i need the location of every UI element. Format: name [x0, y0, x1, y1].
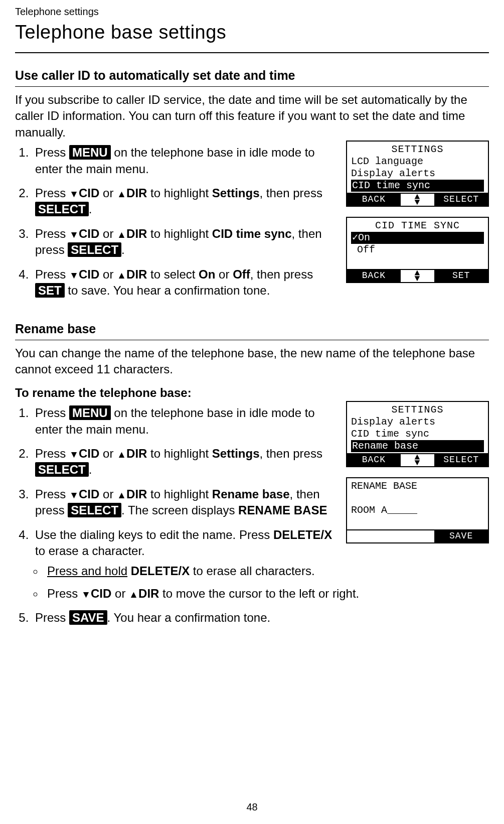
txt: . You hear a confirmation tone.: [107, 611, 271, 624]
txt: DIR: [126, 267, 147, 281]
txt: to move the cursor to the left or right.: [159, 587, 359, 600]
txt: or: [99, 186, 117, 200]
up-arrow-icon: [129, 587, 138, 600]
txt: Off: [233, 267, 250, 281]
page-title: Telephone base settings: [15, 20, 489, 45]
divider: [15, 52, 489, 53]
select-key: SELECT: [35, 462, 89, 477]
bullet-1: Press and hold DELETE/X to erase all cha…: [44, 563, 489, 579]
down-arrow-icon: [69, 487, 79, 501]
softkey-back: BACK: [347, 454, 401, 466]
softkey-blank: [401, 530, 434, 542]
up-arrow-icon: [117, 487, 126, 501]
txt: CID: [79, 487, 99, 501]
txt: DIR: [126, 227, 147, 240]
lcd-row-highlight: Rename base: [351, 440, 484, 452]
lcd-row-highlight: ✓On: [351, 232, 484, 244]
txt: to erase a character.: [35, 544, 145, 558]
softkey-back: BACK: [347, 194, 401, 206]
txt: to erase all characters.: [190, 564, 314, 578]
save-key: SAVE: [69, 610, 107, 625]
nav-arrows-icon: ▲▼: [401, 194, 434, 206]
lcd-row: Display alerts: [351, 168, 484, 180]
softkey-save: SAVE: [434, 530, 488, 542]
txt: to highlight: [147, 447, 212, 460]
txt: .: [89, 202, 92, 216]
txt: Rename base: [212, 487, 290, 501]
softkey-select: SELECT: [434, 194, 488, 206]
txt: Press: [35, 267, 69, 281]
txt: or: [99, 267, 117, 281]
txt: or: [99, 227, 117, 240]
txt: Press: [35, 487, 69, 501]
txt: CID: [91, 587, 111, 600]
txt: , then press: [250, 267, 313, 281]
txt: to highlight: [147, 186, 212, 200]
nav-arrows-icon: ▲▼: [401, 454, 434, 466]
section-heading-cid: Use caller ID to automatically set date …: [15, 67, 489, 84]
txt: Settings: [212, 186, 260, 200]
divider: [15, 340, 489, 340]
down-arrow-icon: [69, 447, 79, 460]
down-arrow-icon: [69, 227, 79, 240]
txt: to select: [147, 267, 199, 281]
down-arrow-icon: [69, 267, 79, 281]
page-number: 48: [246, 800, 257, 814]
menu-key: MENU: [69, 405, 111, 420]
txt: or: [99, 487, 117, 501]
step-5: Press SAVE. You hear a confirmation tone…: [32, 610, 489, 626]
txt: to highlight: [147, 227, 212, 240]
lcd-title: RENAME BASE: [351, 480, 484, 492]
lcd-cid-time-sync: CID TIME SYNC ✓On Off BACK ▲▼ SET: [346, 217, 489, 283]
up-arrow-icon: [117, 447, 126, 460]
txt: Press: [35, 146, 69, 159]
select-key: SELECT: [68, 242, 121, 257]
lcd-settings-cid: SETTINGS LCD language Display alerts CID…: [346, 141, 489, 207]
txt: . The screen displays: [121, 503, 238, 517]
txt: .: [89, 463, 92, 476]
divider: [15, 86, 489, 87]
lcd-row: CID time sync: [351, 428, 484, 440]
txt: or: [215, 267, 233, 281]
bullet-2: Press CID or DIR to move the cursor to t…: [44, 586, 489, 602]
txt: On: [199, 267, 215, 281]
txt: Press: [35, 186, 69, 200]
txt: Press: [35, 447, 69, 460]
down-arrow-icon: [81, 587, 91, 600]
lcd-settings-rename: SETTINGS Display alerts CID time sync Re…: [346, 401, 489, 467]
softkey-select: SELECT: [434, 454, 488, 466]
section-heading-rename: Rename base: [15, 321, 489, 338]
txt: DIR: [138, 587, 159, 600]
lcd-input-value: ROOM A_____: [351, 504, 484, 516]
txt: or: [99, 447, 117, 460]
lcd-title: SETTINGS: [351, 404, 484, 416]
txt: to save. You hear a confirmation tone.: [65, 284, 270, 297]
softkey-blank: [347, 530, 401, 542]
txt: DELETE/X: [131, 564, 190, 578]
txt: Press: [47, 587, 81, 600]
txt: Press: [35, 611, 69, 624]
lcd-row: LCD language: [351, 156, 484, 168]
txt: DIR: [126, 447, 147, 460]
txt: Press: [35, 227, 69, 240]
softkey-set: SET: [434, 270, 488, 282]
lcd-row-highlight: CID time sync: [351, 180, 484, 192]
up-arrow-icon: [117, 267, 126, 281]
txt: .: [121, 243, 125, 256]
select-key: SELECT: [35, 202, 89, 216]
breadcrumb: Telephone settings: [15, 5, 489, 19]
txt: DIR: [126, 186, 147, 200]
txt: CID time sync: [212, 227, 292, 240]
txt: Use the dialing keys to edit the name. P…: [35, 528, 273, 541]
lcd-row: Display alerts: [351, 416, 484, 428]
txt: DIR: [126, 487, 147, 501]
txt: RENAME BASE: [238, 503, 327, 517]
down-arrow-icon: [69, 186, 79, 200]
section2-intro: You can change the name of the telephone…: [15, 345, 489, 378]
txt: Press: [35, 406, 69, 420]
lcd-title: SETTINGS: [351, 144, 484, 156]
txt: Press and hold: [47, 564, 127, 578]
set-key: SET: [35, 283, 65, 298]
up-arrow-icon: [117, 186, 126, 200]
txt: Settings: [212, 447, 260, 460]
